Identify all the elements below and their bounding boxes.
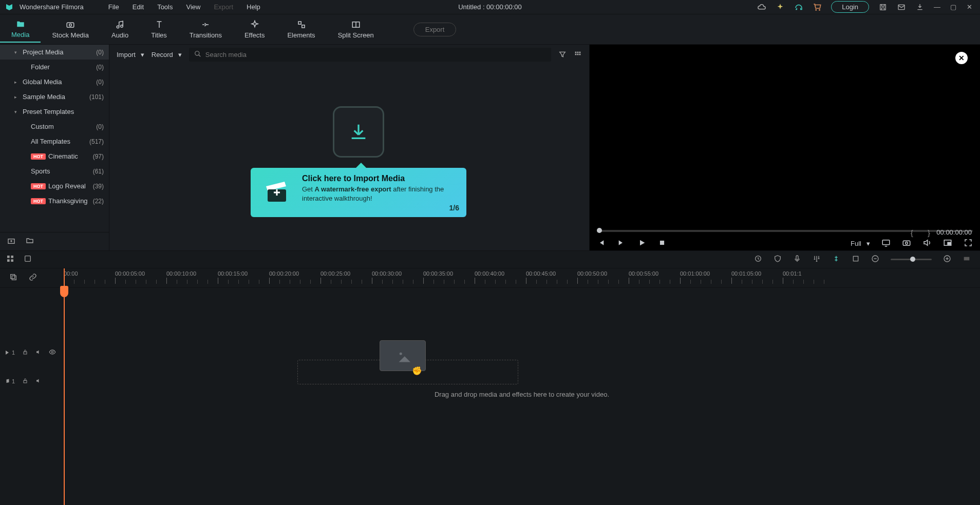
display-icon[interactable] — [881, 238, 891, 249]
pip-icon[interactable] — [943, 238, 952, 249]
mic-download-icon[interactable] — [915, 3, 925, 12]
tl-mixer-icon[interactable] — [813, 255, 821, 264]
save-icon[interactable] — [878, 3, 888, 12]
cloud-icon[interactable] — [757, 3, 766, 12]
menu-tools[interactable]: Tools — [150, 3, 179, 11]
search-box[interactable] — [189, 48, 551, 62]
play-icon[interactable] — [638, 239, 646, 248]
menu-edit[interactable]: Edit — [126, 3, 150, 11]
mail-icon[interactable] — [897, 3, 906, 12]
ruler-tick: 00:00:05:00 — [115, 270, 145, 277]
tl-grid-icon[interactable] — [6, 255, 14, 264]
fullscreen-icon[interactable] — [964, 238, 973, 249]
tab-audio[interactable]: Audio — [100, 17, 140, 42]
sidebar-item-custom[interactable]: Custom(0) — [0, 119, 109, 134]
tl-shield-icon[interactable] — [774, 255, 782, 264]
grid-icon[interactable] — [574, 50, 582, 59]
tab-titles[interactable]: Titles — [140, 17, 178, 42]
headset-icon[interactable] — [794, 3, 803, 12]
zoom-fit-icon[interactable] — [963, 255, 971, 264]
tab-label: Elements — [287, 31, 315, 39]
zoom-out-icon[interactable] — [871, 255, 879, 264]
search-input[interactable] — [205, 51, 546, 59]
tab-stock-media[interactable]: Stock Media — [41, 17, 100, 42]
ruler-tick: 00:01:05:00 — [731, 270, 761, 277]
mute-icon[interactable] — [35, 349, 42, 356]
timeline-playhead[interactable] — [64, 268, 65, 505]
tl-marker-icon[interactable] — [832, 255, 840, 264]
import-dropdown[interactable]: Import ▾ — [117, 51, 144, 59]
export-button[interactable]: Export — [413, 23, 457, 36]
video-track-head[interactable]: 1 — [0, 338, 63, 367]
tab-transitions[interactable]: Transitions — [178, 17, 233, 42]
tl-render-icon[interactable] — [754, 255, 762, 264]
onboarding-tooltip: Click here to Import Media Get A waterma… — [251, 168, 466, 217]
audio-track-head[interactable]: 1 — [0, 367, 63, 396]
link-icon[interactable] — [29, 273, 37, 283]
mute-icon[interactable] — [35, 378, 42, 385]
sidebar-item-global-media[interactable]: ▸Global Media(0) — [0, 74, 109, 89]
music-icon — [116, 20, 125, 29]
sidebar-item-sports[interactable]: Sports(61) — [0, 164, 109, 179]
volume-icon[interactable] — [922, 238, 932, 249]
timeline-tracks[interactable]: 00:0000:00:05:0000:00:10:0000:00:15:0000… — [64, 268, 980, 505]
prev-frame-icon[interactable] — [597, 239, 605, 248]
sparkle-icon[interactable] — [776, 3, 785, 12]
tl-crop-icon[interactable] — [852, 255, 860, 264]
timeline-ruler[interactable]: 00:0000:00:05:0000:00:10:0000:00:15:0000… — [64, 268, 980, 288]
svg-point-36 — [51, 351, 53, 353]
tl-trash-icon[interactable] — [24, 255, 32, 264]
sidebar-item-label: All Templates — [31, 138, 70, 145]
in-out-marks[interactable]: { } — [911, 228, 936, 237]
sidebar-item-preset-templates[interactable]: ▾Preset Templates — [0, 104, 109, 119]
menu-help[interactable]: Help — [240, 3, 267, 11]
eye-icon[interactable] — [49, 348, 56, 357]
sidebar-item-project-media[interactable]: ▾Project Media(0) — [0, 45, 109, 60]
sidebar-item-thanksgiving[interactable]: HOTThanksgiving(22) — [0, 193, 109, 208]
tab-effects[interactable]: Effects — [233, 17, 276, 42]
cart-icon[interactable] — [813, 3, 822, 12]
tl-voice-icon[interactable] — [793, 255, 801, 264]
menu-file[interactable]: File — [102, 3, 126, 11]
sidebar-item-label: Logo Reveal — [48, 182, 86, 190]
tab-media[interactable]: Media — [0, 16, 41, 43]
tab-elements[interactable]: Elements — [276, 17, 326, 42]
copy-icon[interactable] — [9, 273, 17, 283]
minimize-icon[interactable]: — — [934, 3, 941, 11]
tab-split-screen[interactable]: Split Screen — [327, 17, 385, 42]
lock-icon[interactable] — [22, 349, 28, 356]
zoom-slider[interactable] — [891, 259, 932, 260]
new-folder-icon[interactable] — [26, 237, 34, 246]
sidebar-item-label: Sports — [31, 167, 50, 175]
lock-icon[interactable] — [22, 378, 28, 385]
sidebar-item-count: (97) — [93, 153, 104, 160]
next-frame-icon[interactable] — [617, 239, 626, 248]
login-button[interactable]: Login — [831, 1, 869, 13]
filter-icon[interactable] — [558, 50, 567, 59]
tab-label: Media — [11, 31, 29, 38]
import-media-target[interactable] — [333, 106, 384, 158]
menu-export[interactable]: Export — [207, 3, 240, 11]
hot-badge: HOT — [31, 153, 46, 160]
playhead-grip[interactable] — [60, 286, 68, 297]
sidebar-item-sample-media[interactable]: ▸Sample Media(101) — [0, 89, 109, 104]
playhead-dot[interactable] — [597, 228, 602, 233]
snapshot-icon[interactable] — [902, 238, 911, 249]
new-bin-icon[interactable] — [7, 237, 15, 246]
svg-rect-23 — [11, 256, 13, 258]
sidebar-item-logo-reveal[interactable]: HOTLogo Reveal(39) — [0, 179, 109, 193]
quality-select[interactable]: Full ▾ — [851, 240, 870, 247]
zoom-in-icon[interactable] — [943, 255, 951, 264]
record-dropdown[interactable]: Record ▾ — [152, 51, 182, 59]
sidebar-item-folder[interactable]: Folder(0) — [0, 60, 109, 74]
menu-view[interactable]: View — [179, 3, 207, 11]
sidebar-item-cinematic[interactable]: HOTCinematic(97) — [0, 149, 109, 164]
sidebar-item-all-templates[interactable]: All Templates(517) — [0, 134, 109, 149]
zoom-thumb[interactable] — [910, 257, 915, 262]
close-icon[interactable]: ✕ — [967, 3, 974, 11]
close-preview-button[interactable]: ✕ — [955, 52, 968, 64]
sidebar-item-count: (0) — [96, 123, 104, 130]
svg-rect-28 — [796, 256, 798, 260]
stop-icon[interactable] — [658, 239, 666, 248]
maximize-icon[interactable]: ▢ — [950, 3, 957, 11]
